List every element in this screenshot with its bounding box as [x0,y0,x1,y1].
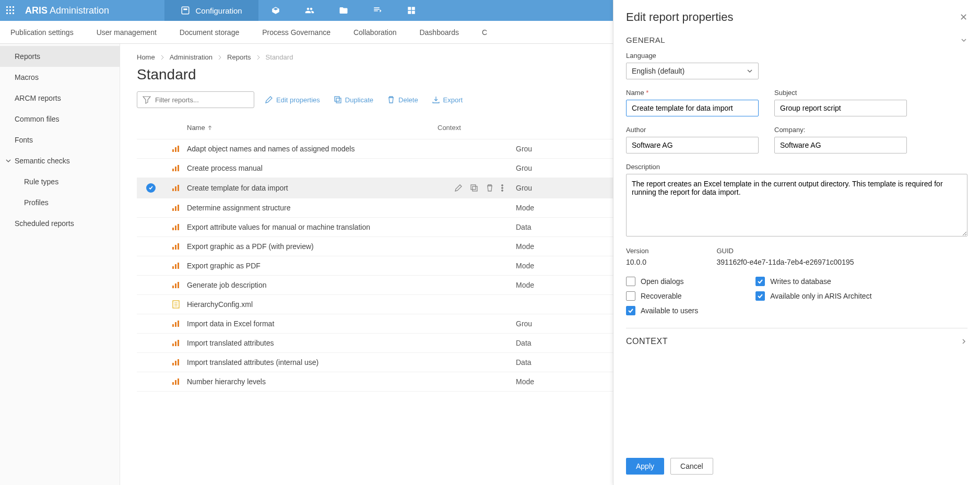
language-select[interactable]: English (default) [626,63,759,79]
sidebar-item-ruletypes[interactable]: Rule types [0,171,120,192]
sidebar-item-scheduled[interactable]: Scheduled reports [0,213,120,234]
svg-rect-22 [178,165,179,171]
export-button[interactable]: Export [429,93,466,106]
nav-tab-configuration[interactable]: Configuration [164,0,258,21]
pencil-icon[interactable] [454,184,463,192]
svg-rect-59 [172,382,174,385]
sub-tab-collab[interactable]: Collaboration [353,22,397,43]
trash-icon [387,96,395,104]
copy-icon[interactable] [470,184,478,192]
check-writes-db[interactable]: Writes to database [755,277,871,286]
breadcrumb-reports[interactable]: Reports [227,53,251,61]
sidebar-item-fonts[interactable]: Fonts [0,129,120,150]
row-context: Data [516,223,532,231]
author-input[interactable] [626,137,759,153]
svg-rect-17 [172,149,174,152]
row-name: HierarchyConfig.xml [187,300,438,309]
nav-tab-4[interactable] [326,0,360,21]
sub-tab-more[interactable]: C [482,22,487,43]
filter-input[interactable] [155,96,249,104]
label-company: Company: [774,126,907,134]
check-open-dialogs[interactable]: Open dialogs [626,277,698,286]
svg-point-30 [502,190,503,192]
svg-rect-4 [9,9,11,11]
svg-rect-19 [178,146,179,152]
check-available-architect[interactable]: Available only in ARIS Architect [755,291,871,301]
section-general[interactable]: GENERAL [626,31,967,52]
subject-input[interactable] [774,100,907,116]
sidebar-item-macros[interactable]: Macros [0,67,120,88]
edit-properties-button[interactable]: Edit properties [262,93,323,106]
report-icon [165,243,187,250]
report-icon [165,184,187,192]
check-available-users[interactable]: Available to users [626,306,698,315]
nav-tab-6[interactable] [394,0,428,21]
sub-tab-processgov[interactable]: Process Governance [262,22,330,43]
label-guid: GUID [716,247,854,255]
apply-button[interactable]: Apply [626,458,664,475]
sidebar-item-arcm[interactable]: ARCM reports [0,88,120,109]
svg-rect-55 [178,340,179,346]
sub-tab-docstorage[interactable]: Document storage [180,22,239,43]
breadcrumb-home[interactable]: Home [137,53,155,61]
apps-grid-icon[interactable] [0,6,21,15]
header-name[interactable]: Name [187,124,438,132]
delete-button[interactable]: Delete [384,93,421,106]
close-icon[interactable]: ✕ [960,11,967,23]
svg-rect-6 [6,13,8,14]
label-author: Author [626,126,759,134]
sidebar: Reports Macros ARCM reports Common files… [0,44,120,485]
row-name: Export attribute values for manual or ma… [187,223,438,231]
sidebar-item-profiles[interactable]: Profiles [0,192,120,213]
cancel-button[interactable]: Cancel [670,458,713,475]
label-language: Language [626,52,967,60]
svg-rect-25 [178,185,179,191]
report-icon [165,262,187,269]
filter-icon [143,96,151,104]
filter-box[interactable] [137,91,254,108]
more-icon[interactable] [501,184,503,192]
report-icon [165,339,187,347]
svg-rect-3 [6,9,8,11]
svg-rect-42 [178,263,179,269]
sidebar-item-commonfiles[interactable]: Common files [0,109,120,129]
row-name: Create process manual [187,164,438,172]
sub-tab-usermgmt[interactable]: User management [97,22,157,43]
tool-label: Export [443,96,463,104]
company-input[interactable] [774,137,907,153]
header-context[interactable]: Context [438,124,461,132]
report-icon [165,164,187,172]
row-context: Grou [516,145,532,153]
nav-tab-3[interactable] [292,0,326,21]
row-check[interactable] [137,183,165,193]
trash-icon[interactable] [486,184,494,192]
row-name: Import translated attributes (internal u… [187,358,438,366]
row-name: Export graphic as a PDF (with preview) [187,242,438,251]
svg-rect-33 [178,205,179,211]
check-recoverable[interactable]: Recoverable [626,291,698,301]
svg-rect-15 [335,97,339,101]
svg-rect-38 [175,245,176,250]
sidebar-item-semantic[interactable]: Semantic checks [0,150,120,171]
tool-label: Edit properties [276,96,320,104]
svg-rect-40 [172,266,174,269]
sub-tab-dashboards[interactable]: Dashboards [419,22,459,43]
row-context: Grou [516,320,532,328]
svg-rect-9 [182,7,190,14]
tool-label: Duplicate [345,96,373,104]
svg-rect-23 [172,188,174,191]
brand-title: ARIS Administration [21,5,117,16]
name-input[interactable] [626,100,759,116]
nav-tab-5[interactable] [360,0,394,21]
breadcrumb-admin[interactable]: Administration [170,53,212,61]
duplicate-button[interactable]: Duplicate [330,93,376,106]
sidebar-item-reports[interactable]: Reports [0,46,120,67]
svg-rect-31 [172,208,174,211]
report-icon [165,359,187,366]
pencil-icon [265,96,273,104]
description-textarea[interactable] [626,174,967,236]
svg-rect-11 [408,7,411,10]
nav-tab-2[interactable] [258,0,292,21]
section-context[interactable]: CONTEXT [626,337,967,346]
sub-tab-publication[interactable]: Publication settings [10,22,74,43]
